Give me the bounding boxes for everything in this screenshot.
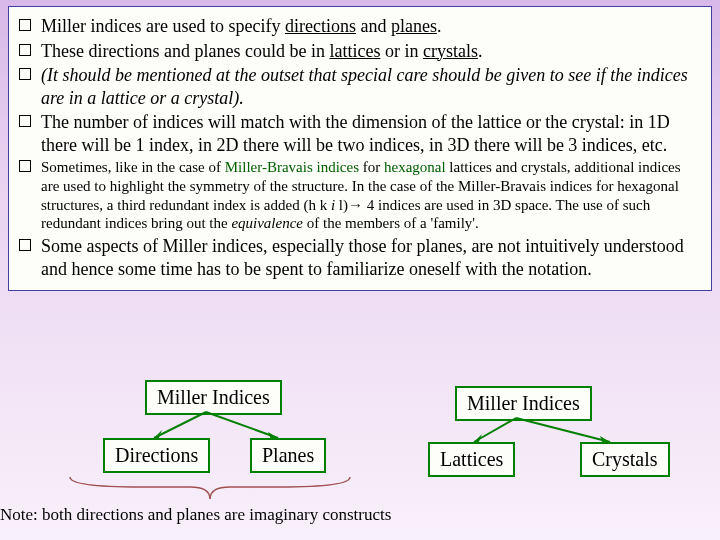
t: Miller indices are used to specify bbox=[41, 16, 285, 36]
t: of the members of a 'family'. bbox=[303, 215, 479, 231]
t: lattices bbox=[329, 41, 380, 61]
t: or in bbox=[380, 41, 423, 61]
bullet-icon bbox=[19, 44, 31, 56]
bullet-1: Miller indices are used to specify direc… bbox=[19, 15, 701, 38]
box-planes: Planes bbox=[250, 438, 326, 473]
box-crystals: Crystals bbox=[580, 442, 670, 477]
bullet-3: (It should be mentioned at the outset th… bbox=[19, 64, 701, 109]
svg-line-2 bbox=[206, 412, 278, 438]
content-box: Miller indices are used to specify direc… bbox=[8, 6, 712, 291]
bullet-text: The number of indices will match with th… bbox=[41, 111, 701, 156]
note-text: Note: both directions and planes are ima… bbox=[0, 505, 391, 525]
svg-line-4 bbox=[474, 418, 516, 442]
t: . bbox=[437, 16, 442, 36]
t: Sometimes, like in the case of bbox=[41, 159, 225, 175]
bullet-text: Sometimes, like in the case of Miller-Br… bbox=[41, 158, 701, 233]
box-lattices: Lattices bbox=[428, 442, 515, 477]
bullet-2: These directions and planes could be in … bbox=[19, 40, 701, 63]
t: and bbox=[356, 16, 391, 36]
t: crystals bbox=[423, 41, 478, 61]
t: Miller-Bravais indices bbox=[225, 159, 359, 175]
t: for bbox=[359, 159, 384, 175]
t: These directions and planes could be in bbox=[41, 41, 329, 61]
t: equivalence bbox=[231, 215, 303, 231]
bullet-text: Some aspects of Miller indices, especial… bbox=[41, 235, 701, 280]
bullet-text: These directions and planes could be in … bbox=[41, 40, 701, 63]
box-directions: Directions bbox=[103, 438, 210, 473]
bullet-icon bbox=[19, 115, 31, 127]
t: directions bbox=[285, 16, 356, 36]
bullet-icon bbox=[19, 160, 31, 172]
bullet-4: The number of indices will match with th… bbox=[19, 111, 701, 156]
brace-icon bbox=[60, 472, 360, 507]
t: . bbox=[478, 41, 483, 61]
bullet-text: Miller indices are used to specify direc… bbox=[41, 15, 701, 38]
bullet-icon bbox=[19, 19, 31, 31]
bullet-text: (It should be mentioned at the outset th… bbox=[41, 64, 701, 109]
t: planes bbox=[391, 16, 437, 36]
svg-line-6 bbox=[516, 418, 610, 442]
bullet-icon bbox=[19, 68, 31, 80]
bullet-icon bbox=[19, 239, 31, 251]
bullet-5: Sometimes, like in the case of Miller-Br… bbox=[19, 158, 701, 233]
svg-line-0 bbox=[154, 412, 206, 438]
bullet-6: Some aspects of Miller indices, especial… bbox=[19, 235, 701, 280]
t: hexagonal bbox=[384, 159, 446, 175]
